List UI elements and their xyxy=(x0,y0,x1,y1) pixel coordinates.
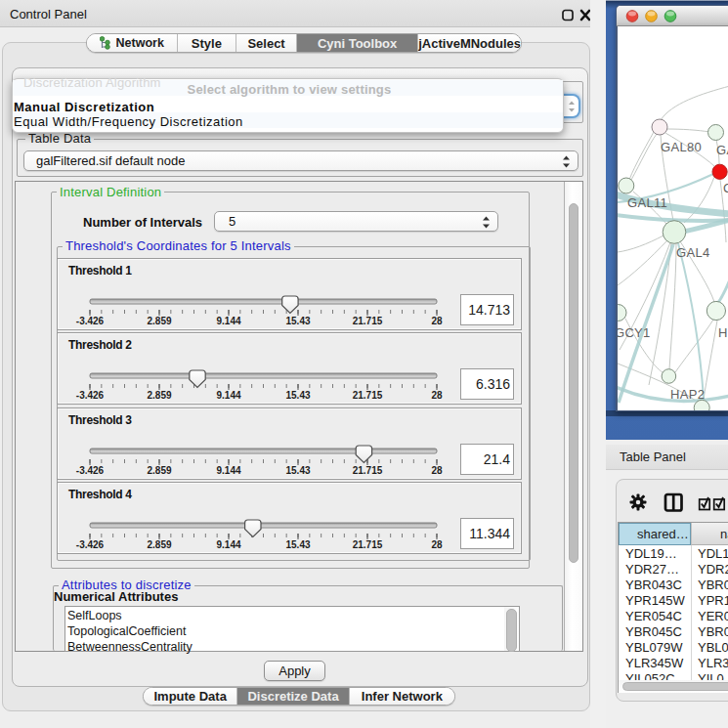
svg-text:GAL11: GAL11 xyxy=(627,195,667,210)
svg-text:15.43: 15.43 xyxy=(285,465,310,476)
svg-text:-3.426: -3.426 xyxy=(76,539,105,550)
svg-text:28: 28 xyxy=(431,465,443,476)
svg-text:28: 28 xyxy=(431,390,443,401)
svg-text:-3.426: -3.426 xyxy=(76,390,105,401)
svg-text:9.144: 9.144 xyxy=(216,539,240,550)
svg-text:-3.426: -3.426 xyxy=(76,316,105,326)
svg-text:2.859: 2.859 xyxy=(147,390,171,401)
svg-text:15.43: 15.43 xyxy=(285,390,310,401)
svg-text:21.715: 21.715 xyxy=(353,316,383,326)
svg-text:28: 28 xyxy=(431,316,443,326)
svg-text:C: C xyxy=(723,181,728,195)
svg-text:21.715: 21.715 xyxy=(353,465,383,476)
svg-text:15.43: 15.43 xyxy=(285,316,310,326)
svg-text:-3.426: -3.426 xyxy=(76,465,105,476)
svg-text:2.859: 2.859 xyxy=(147,316,171,326)
svg-text:15.43: 15.43 xyxy=(285,539,310,550)
svg-text:21.715: 21.715 xyxy=(353,539,383,550)
svg-text:GA: GA xyxy=(716,143,728,157)
svg-text:HAP2: HAP2 xyxy=(670,387,705,402)
svg-text:9.144: 9.144 xyxy=(216,316,240,326)
svg-text:2.859: 2.859 xyxy=(147,465,171,476)
svg-text:GCY1: GCY1 xyxy=(618,325,651,340)
svg-text:28: 28 xyxy=(431,539,443,550)
svg-text:9.144: 9.144 xyxy=(216,465,240,476)
svg-text:21.715: 21.715 xyxy=(353,390,383,401)
svg-text:2.859: 2.859 xyxy=(147,539,171,550)
svg-text:9.144: 9.144 xyxy=(216,390,240,401)
svg-text:H: H xyxy=(718,325,728,340)
svg-text:GAL80: GAL80 xyxy=(661,140,702,154)
svg-text:GAL4: GAL4 xyxy=(676,245,709,260)
